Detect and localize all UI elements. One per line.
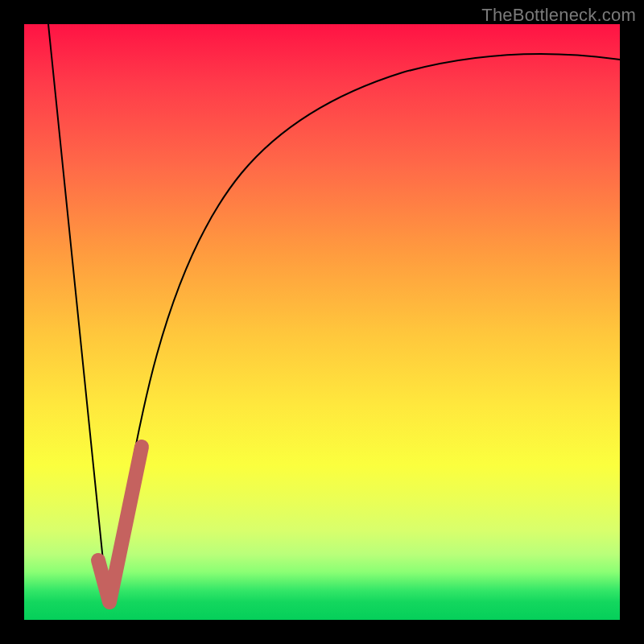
check-mark bbox=[98, 447, 142, 602]
plot-area bbox=[24, 24, 620, 620]
line-layer bbox=[24, 24, 620, 620]
chart-frame: TheBottleneck.com bbox=[0, 0, 644, 644]
watermark-text: TheBottleneck.com bbox=[481, 5, 636, 26]
series-left-descent bbox=[48, 24, 108, 608]
series-right-curve bbox=[108, 54, 620, 608]
